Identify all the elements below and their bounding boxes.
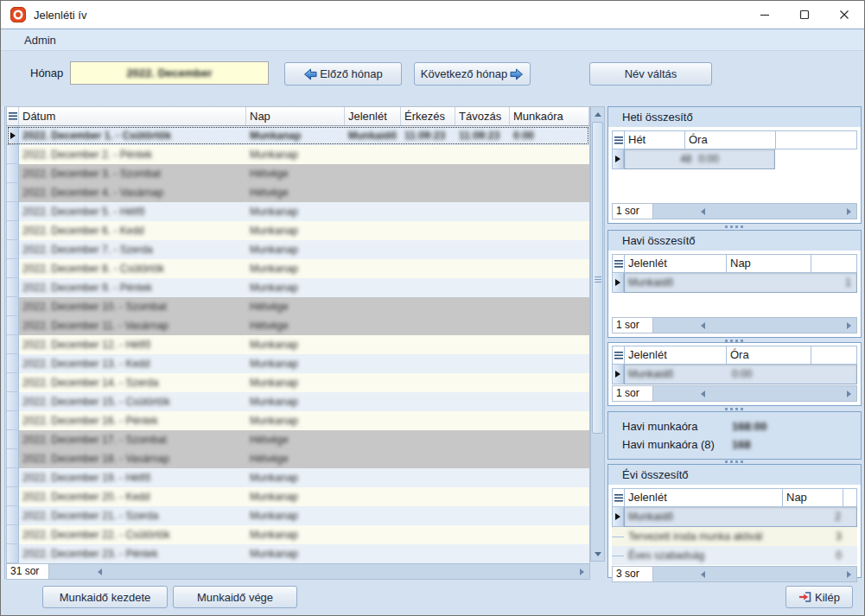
next-month-button[interactable]: Következő hónap — [414, 62, 531, 86]
column-header-tavozas[interactable]: Távozás — [455, 107, 510, 125]
left-splitter[interactable] — [2, 106, 5, 579]
column-header-het[interactable]: Hét — [625, 131, 685, 149]
table-row[interactable]: 2022. December 7. - SzerdaMunkanap — [7, 240, 589, 259]
cell-tavozas — [455, 202, 510, 221]
table-row[interactable]: 2022. December 9. - PéntekMunkanap — [7, 278, 589, 297]
row-selector — [612, 507, 624, 527]
work-end-button[interactable]: Munkaidő vége — [173, 586, 297, 608]
grid-menu-icon[interactable] — [613, 489, 625, 506]
weekly-row[interactable]: 48 0:00 — [612, 149, 857, 169]
monthly-days-row[interactable]: Munkaidő 1 — [612, 273, 857, 293]
table-row[interactable]: 2022. December 4. - VasárnapHétvége — [7, 183, 589, 202]
cell-erkezes — [401, 449, 455, 468]
column-header-nap[interactable]: Nap — [246, 107, 345, 125]
column-header-nap[interactable]: Nap — [783, 489, 843, 506]
column-header-nap[interactable]: Nap — [727, 255, 811, 272]
cell-nap-value: Munkanap — [250, 206, 298, 218]
weekly-statusbar: 1 sor — [612, 203, 857, 219]
grid-menu-icon[interactable] — [613, 131, 625, 149]
scroll-up-button[interactable] — [591, 107, 604, 121]
close-button[interactable] — [824, 1, 864, 29]
scrollbar-thumb[interactable] — [592, 122, 603, 434]
yearly-summary-panel: Évi összesítő Jelenlét Nap Munkaidő 2 — [607, 464, 862, 578]
column-header-erkezes[interactable]: Érkezés — [401, 107, 455, 125]
row-selector — [7, 221, 19, 240]
exit-button[interactable]: Kilép — [785, 586, 853, 608]
row-selector — [7, 297, 19, 316]
scroll-right-icon[interactable] — [847, 322, 851, 329]
table-row[interactable]: 2022. December 21. - SzerdaMunkanap — [7, 506, 589, 525]
scroll-right-icon[interactable] — [580, 568, 584, 575]
table-row[interactable]: 2022. December 16. - PéntekMunkanap — [7, 411, 589, 430]
table-row[interactable]: 2022. December 17. - SzombatHétvége — [7, 430, 589, 449]
work-start-button[interactable]: Munkaidő kezdete — [42, 586, 168, 608]
scroll-left-icon[interactable] — [701, 571, 705, 578]
table-row[interactable]: 2022. December 8. - CsütörtökMunkanap — [7, 259, 589, 278]
panel-splitter[interactable] — [725, 225, 746, 229]
column-header-jelenlet[interactable]: Jelenlét — [625, 489, 783, 506]
table-row[interactable]: 2022. December 14. - SzerdaMunkanap — [7, 373, 589, 392]
table-row[interactable]: 2022. December 2. - PéntekMunkanap — [7, 145, 589, 164]
column-header-jelenlet[interactable]: Jelenlét — [625, 255, 727, 272]
table-row[interactable]: 2022. December 15. - CsütörtökMunkanap — [7, 392, 589, 411]
minimize-button[interactable] — [745, 1, 785, 29]
monthly-hours-table: Jelenlét Óra Munkaidő 0:00 — [612, 346, 857, 384]
table-row[interactable]: 2022. December 10. - SzombatHétvége — [7, 297, 589, 316]
table-row[interactable]: 2022. December 6. - KeddMunkanap — [7, 221, 589, 240]
previous-month-button[interactable]: Előző hónap — [284, 62, 402, 86]
scroll-right-icon[interactable] — [847, 391, 851, 397]
cell-nap-value: Hétvége — [250, 187, 289, 199]
yearly-statusbar: 3 sor — [612, 566, 857, 582]
scroll-left-icon[interactable] — [701, 391, 705, 397]
horizontal-scrollbar[interactable] — [49, 563, 590, 580]
header-filler — [811, 346, 856, 364]
horizontal-scrollbar[interactable] — [653, 385, 857, 402]
scroll-right-icon[interactable] — [847, 571, 851, 578]
cell-munkaora — [510, 354, 589, 373]
horizontal-scrollbar[interactable] — [653, 203, 857, 219]
scroll-left-icon[interactable] — [98, 568, 102, 575]
table-row[interactable]: 2022. December 22. - CsütörtökMunkanap — [7, 525, 589, 544]
column-header-jelenlet[interactable]: Jelenlét — [345, 107, 401, 125]
cell-jelenlet — [345, 411, 401, 430]
table-row[interactable]: 2022. December 12. - HétfőMunkanap — [7, 335, 589, 354]
horizontal-scrollbar[interactable] — [653, 317, 857, 333]
column-header-ora[interactable]: Óra — [685, 131, 776, 149]
table-row[interactable]: 2022. December 13. - KeddMunkanap — [7, 354, 589, 373]
column-header-datum[interactable]: Dátum — [19, 107, 246, 125]
header-filler — [843, 489, 856, 506]
horizontal-scrollbar[interactable] — [653, 566, 857, 582]
cell-tavozas — [455, 544, 510, 563]
month-input[interactable]: 2022. December — [70, 61, 269, 85]
grid-menu-icon[interactable] — [613, 346, 625, 364]
cell-nap-value: Munkanap — [250, 130, 301, 142]
yearly-row[interactable]: Munkaidő 2 — [612, 507, 857, 527]
vertical-scrollbar[interactable] — [590, 106, 605, 562]
scroll-down-button[interactable] — [591, 547, 604, 561]
name-change-button[interactable]: Név váltás — [589, 62, 712, 86]
table-row[interactable]: 2022. December 5. - HétfőMunkanap — [7, 202, 589, 221]
maximize-button[interactable] — [785, 1, 824, 29]
yearly-row[interactable]: Éves szabadság 0 — [612, 546, 857, 565]
scroll-left-icon[interactable] — [701, 208, 705, 215]
scroll-right-icon[interactable] — [847, 208, 851, 215]
table-row[interactable]: 2022. December 19. - HétfőMunkanap — [7, 468, 589, 487]
scroll-left-icon[interactable] — [701, 322, 705, 329]
yearly-row[interactable]: Tervezett iroda munka aktivál 3 — [612, 527, 857, 546]
grid-menu-icon[interactable] — [7, 107, 19, 125]
cell-datum: 2022. December 13. - Kedd — [19, 354, 246, 373]
table-row[interactable]: 2022. December 3. - SzombatHétvége — [7, 164, 589, 183]
table-row[interactable]: 2022. December 11. - VasárnapHétvége — [7, 316, 589, 335]
grid-menu-icon[interactable] — [613, 255, 625, 272]
column-header-jelenlet[interactable]: Jelenlét — [625, 346, 727, 364]
table-row[interactable]: 2022. December 23. - PéntekMunkanap — [7, 544, 589, 563]
table-row[interactable]: 2022. December 18. - VasárnapHétvége — [7, 449, 589, 468]
table-row[interactable]: 2022. December 20. - KeddMunkanap — [7, 487, 589, 506]
presence-type: Tervezett iroda munka aktivál — [624, 527, 786, 546]
menu-item-admin[interactable]: Admin — [17, 34, 63, 47]
current-row-icon — [10, 132, 16, 139]
column-header-ora[interactable]: Óra — [727, 346, 811, 364]
table-row[interactable]: 2022. December 1. - CsütörtökMunkanapMun… — [7, 126, 589, 145]
monthly-hours-row[interactable]: Munkaidő 0:00 — [612, 365, 857, 384]
column-header-munkaora[interactable]: Munkaóra — [510, 107, 589, 125]
